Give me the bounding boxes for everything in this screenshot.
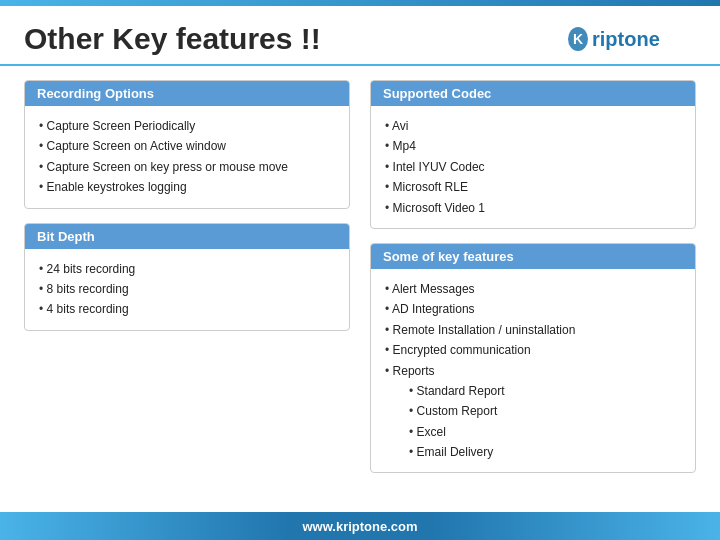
list-item: Reports <box>385 361 681 381</box>
bit-depth-section: Bit Depth 24 bits recording 8 bits recor… <box>24 223 350 331</box>
bit-depth-list: 24 bits recording 8 bits recording 4 bit… <box>39 259 335 320</box>
list-item: Standard Report <box>409 381 681 401</box>
kriptone-logo: K riptone <box>566 20 696 58</box>
recording-options-section: Recording Options Capture Screen Periodi… <box>24 80 350 209</box>
list-item: Excel <box>409 422 681 442</box>
key-features-section: Some of key features Alert Messages AD I… <box>370 243 696 474</box>
list-item: Encrypted communication <box>385 340 681 360</box>
list-item: Capture Screen on Active window <box>39 136 335 156</box>
reports-sub-list: Standard Report Custom Report Excel Emai… <box>409 381 681 463</box>
bottom-bar: www.kriptone.com <box>0 512 720 540</box>
list-item: 24 bits recording <box>39 259 335 279</box>
page-title: Other Key features !! <box>24 22 321 56</box>
recording-options-list: Capture Screen Periodically Capture Scre… <box>39 116 335 198</box>
supported-codec-section: Supported Codec Avi Mp4 Intel IYUV Codec… <box>370 80 696 229</box>
list-item: Intel IYUV Codec <box>385 157 681 177</box>
left-column: Recording Options Capture Screen Periodi… <box>24 80 350 530</box>
list-item: Avi <box>385 116 681 136</box>
main-content: Recording Options Capture Screen Periodi… <box>0 70 720 530</box>
bit-depth-header: Bit Depth <box>25 224 349 249</box>
svg-text:K: K <box>573 31 583 47</box>
recording-options-header: Recording Options <box>25 81 349 106</box>
list-item: Alert Messages <box>385 279 681 299</box>
footer-website: www.kriptone.com <box>302 519 417 534</box>
svg-text:riptone: riptone <box>592 28 660 50</box>
key-features-list: Alert Messages AD Integrations Remote In… <box>385 279 681 381</box>
list-item: Capture Screen Periodically <box>39 116 335 136</box>
right-column: Supported Codec Avi Mp4 Intel IYUV Codec… <box>370 80 696 530</box>
supported-codec-body: Avi Mp4 Intel IYUV Codec Microsoft RLE M… <box>371 106 695 228</box>
header: Other Key features !! K riptone <box>0 6 720 66</box>
bit-depth-body: 24 bits recording 8 bits recording 4 bit… <box>25 249 349 330</box>
list-item: Capture Screen on key press or mouse mov… <box>39 157 335 177</box>
list-item: Remote Installation / uninstallation <box>385 320 681 340</box>
list-item: Mp4 <box>385 136 681 156</box>
list-item: AD Integrations <box>385 299 681 319</box>
bottom-bar-inner: www.kriptone.com <box>0 512 720 540</box>
list-item: 4 bits recording <box>39 299 335 319</box>
supported-codec-header: Supported Codec <box>371 81 695 106</box>
list-item: 8 bits recording <box>39 279 335 299</box>
list-item: Enable keystrokes logging <box>39 177 335 197</box>
logo-area: K riptone <box>566 20 696 58</box>
supported-codec-list: Avi Mp4 Intel IYUV Codec Microsoft RLE M… <box>385 116 681 218</box>
list-item: Custom Report <box>409 401 681 421</box>
list-item: Email Delivery <box>409 442 681 462</box>
recording-options-body: Capture Screen Periodically Capture Scre… <box>25 106 349 208</box>
key-features-header: Some of key features <box>371 244 695 269</box>
list-item: Microsoft Video 1 <box>385 198 681 218</box>
list-item: Microsoft RLE <box>385 177 681 197</box>
key-features-body: Alert Messages AD Integrations Remote In… <box>371 269 695 473</box>
